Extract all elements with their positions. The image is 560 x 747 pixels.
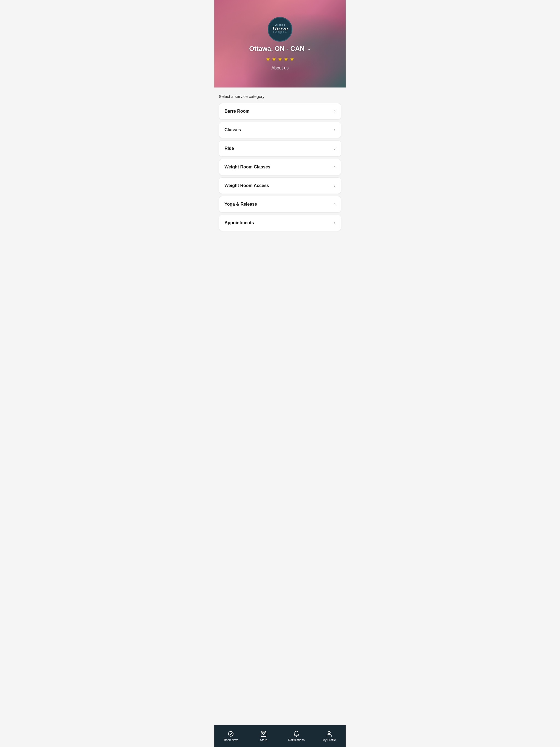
star-3-icon: ★	[278, 56, 282, 62]
nav-item-store[interactable]: Store	[247, 725, 280, 747]
category-chevron-0-icon: ›	[334, 109, 335, 114]
category-item-3[interactable]: Weight Room Classes ›	[219, 159, 341, 175]
person-icon	[326, 730, 332, 737]
nav-item-my-profile[interactable]: My Profile	[313, 725, 346, 747]
location-text: Ottawa, ON - CAN	[249, 45, 305, 52]
logo-thrive-text: Thrive	[272, 26, 288, 31]
category-chevron-1-icon: ›	[334, 127, 335, 132]
category-item-1[interactable]: Classes ›	[219, 122, 341, 138]
section-title: Select a service category	[219, 94, 341, 99]
category-chevron-6-icon: ›	[334, 221, 335, 225]
category-label-2: Ride	[225, 146, 234, 151]
star-5-icon: ★	[289, 56, 295, 62]
category-label-4: Weight Room Access	[225, 183, 269, 188]
category-list: Barre Room › Classes › Ride › Weight Roo…	[219, 103, 341, 231]
logo-subtitle-text: CLASSES & CAFE	[271, 31, 289, 34]
cart-icon	[260, 730, 267, 737]
category-item-2[interactable]: Ride ›	[219, 140, 341, 157]
nav-label-store: Store	[260, 738, 267, 742]
hero-section: WHERE I Thrive CLASSES & CAFE Ottawa, ON…	[214, 0, 346, 87]
bell-icon	[293, 730, 300, 737]
nav-label-notifications: Notifications	[288, 738, 305, 742]
category-label-5: Yoga & Release	[225, 202, 257, 207]
nav-label-my-profile: My Profile	[323, 738, 336, 742]
category-item-4[interactable]: Weight Room Access ›	[219, 177, 341, 194]
location-row[interactable]: Ottawa, ON - CAN ⌄	[249, 45, 311, 52]
category-item-6[interactable]: Appointments ›	[219, 215, 341, 231]
nav-item-notifications[interactable]: Notifications	[280, 725, 313, 747]
check-circle-icon	[228, 730, 234, 737]
star-4-icon: ★	[284, 56, 288, 62]
star-rating: ★ ★ ★ ★ ★	[265, 56, 295, 62]
category-chevron-2-icon: ›	[334, 146, 335, 151]
nav-label-book-now: Book Now	[224, 738, 238, 742]
about-us-link[interactable]: About us	[271, 66, 288, 71]
star-2-icon: ★	[272, 56, 276, 62]
category-chevron-5-icon: ›	[334, 202, 335, 207]
star-1-icon: ★	[265, 56, 271, 62]
nav-item-book-now[interactable]: Book Now	[214, 725, 247, 747]
location-chevron-icon[interactable]: ⌄	[307, 46, 311, 52]
category-section: Select a service category Barre Room › C…	[214, 87, 346, 258]
category-chevron-3-icon: ›	[334, 164, 335, 170]
hero-content: WHERE I Thrive CLASSES & CAFE Ottawa, ON…	[249, 17, 311, 71]
category-label-1: Classes	[225, 127, 241, 132]
category-label-6: Appointments	[225, 221, 254, 225]
bottom-navigation: Book Now Store Notifications My Profile	[214, 725, 346, 747]
category-chevron-4-icon: ›	[334, 183, 335, 188]
category-label-0: Barre Room	[225, 109, 250, 114]
category-item-0[interactable]: Barre Room ›	[219, 103, 341, 120]
svg-point-2	[328, 731, 330, 733]
brand-logo: WHERE I Thrive CLASSES & CAFE	[268, 17, 292, 42]
category-item-5[interactable]: Yoga & Release ›	[219, 196, 341, 212]
category-label-3: Weight Room Classes	[225, 164, 271, 170]
